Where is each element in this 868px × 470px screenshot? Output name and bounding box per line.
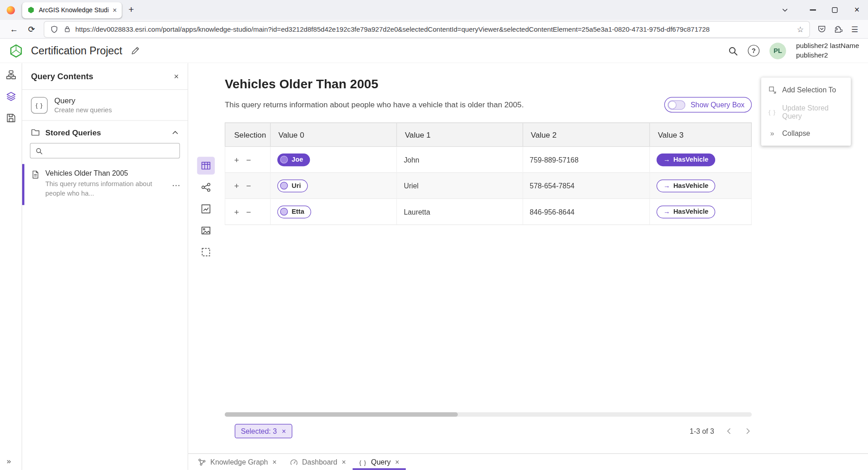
tab-close-icon[interactable]: × (272, 458, 276, 465)
pocket-icon[interactable] (814, 21, 829, 37)
column-header: Selection (225, 123, 270, 146)
link-chart-button[interactable] (197, 178, 215, 196)
entity-dot-icon (280, 156, 288, 163)
new-tab-button[interactable]: + (128, 5, 134, 15)
stored-query-item[interactable]: Vehicles Older Than 2005 This query retu… (22, 164, 188, 205)
maximize-icon (832, 7, 837, 13)
tab-query[interactable]: { } Query × (352, 454, 406, 470)
menu-item-label: Collapse (782, 129, 810, 137)
layers-icon[interactable] (6, 91, 16, 101)
page-description: This query returns information about peo… (225, 101, 524, 110)
new-query-item[interactable]: { } Query Create new queries (22, 90, 188, 121)
list-tabs-chevron-icon[interactable] (782, 7, 788, 14)
menu-item-update-stored-query[interactable]: { } Update Stored Query (761, 101, 851, 123)
chart-button[interactable] (197, 200, 215, 218)
edit-title-pencil-icon[interactable] (131, 46, 140, 56)
tab-close-icon[interactable]: × (342, 458, 346, 465)
add-selection-icon (768, 86, 777, 94)
entity-label: Etta (292, 208, 304, 216)
remove-from-selection-button[interactable]: − (246, 207, 251, 216)
window-maximize-button[interactable] (824, 0, 846, 20)
url-bar[interactable]: https://dev0028833.esri.com/portal/apps/… (44, 21, 809, 37)
document-icon (31, 170, 40, 198)
window-close-button[interactable]: × (846, 0, 868, 20)
project-title: Certification Project (31, 45, 123, 57)
table-cell: Etta (270, 199, 397, 224)
add-to-selection-button[interactable]: + (234, 207, 239, 216)
back-button[interactable]: ← (5, 21, 22, 37)
stored-query-title: Vehicles Older Than 2005 (45, 169, 166, 177)
add-to-selection-button[interactable]: + (234, 182, 239, 190)
item-options-ellipsis-icon[interactable]: … (171, 178, 181, 188)
horizontal-scrollbar[interactable] (225, 412, 752, 417)
user-menu[interactable]: publisher2 lastName publisher2 (796, 42, 859, 60)
content-tab-bar: Knowledge Graph × Dashboard × { } Query … (188, 453, 868, 470)
browser-tab[interactable]: ArcGIS Knowledge Studio × (22, 2, 122, 18)
save-icon[interactable] (6, 113, 16, 123)
tab-dashboard[interactable]: Dashboard × (283, 454, 352, 470)
results-table: Selection Value 0 Value 1 Value 2 Value … (225, 122, 752, 225)
expand-rail-icon[interactable]: » (7, 456, 11, 465)
table-cell: 759-889-57168 (523, 147, 650, 172)
column-header: Value 1 (397, 123, 523, 146)
collapse-section-chevron-icon[interactable] (171, 129, 179, 136)
stored-queries-search[interactable] (30, 143, 180, 158)
add-to-selection-button[interactable]: + (234, 155, 239, 163)
entity-pill[interactable]: Uri (277, 179, 308, 192)
selection-tools-button[interactable] (197, 243, 215, 261)
help-button[interactable]: ? (748, 45, 759, 57)
tab-close-icon[interactable]: × (395, 458, 399, 465)
window-minimize-button[interactable] (802, 0, 824, 20)
search-icon[interactable] (728, 46, 738, 56)
relationship-pill[interactable]: → HasVehicle (657, 205, 715, 218)
menu-item-collapse[interactable]: » Collapse (761, 122, 851, 144)
braces-icon: { } (31, 97, 48, 114)
menu-item-add-selection-to[interactable]: Add Selection To (761, 79, 851, 101)
lock-icon[interactable] (63, 21, 71, 37)
tab-knowledge-graph[interactable]: Knowledge Graph × (191, 454, 283, 470)
tab-label: Dashboard (302, 458, 337, 466)
search-input[interactable] (47, 147, 175, 155)
braces-icon: { } (359, 459, 366, 465)
stored-queries-label: Stored Queries (45, 128, 166, 137)
extensions-icon[interactable] (830, 21, 846, 37)
panel-close-icon[interactable]: × (174, 72, 179, 80)
bookmark-star-icon[interactable]: ☆ (797, 25, 804, 33)
table-footer: Selected: 3 × 1-3 of 3 (225, 424, 752, 438)
remove-from-selection-button[interactable]: − (246, 155, 251, 163)
entity-pill[interactable]: Etta (277, 205, 311, 218)
avatar[interactable]: PL (769, 43, 786, 59)
scrollbar-thumb[interactable] (225, 412, 458, 417)
new-query-description: Create new queries (54, 106, 112, 114)
next-page-chevron-icon[interactable] (744, 427, 752, 435)
entity-label: Joe (292, 156, 303, 163)
selection-cell: + − (225, 199, 270, 224)
remove-from-selection-button[interactable]: − (246, 182, 251, 190)
table-view-button[interactable] (197, 157, 215, 174)
relationship-label: HasVehicle (674, 156, 709, 163)
table-cell: Joe (270, 147, 397, 172)
menu-icon[interactable]: ☰ (847, 21, 862, 37)
browser-window: ArcGIS Knowledge Studio × + × ← ⟳ https:… (0, 0, 868, 470)
toggle-switch[interactable] (668, 100, 686, 110)
user-name: publisher2 lastName (796, 42, 859, 51)
page-title: Vehicles Older Than 2005 (225, 77, 752, 91)
selection-badge[interactable]: Selected: 3 × (235, 424, 292, 438)
data-model-icon[interactable] (6, 70, 16, 80)
previous-page-chevron-icon[interactable] (725, 427, 733, 435)
tab-close-icon[interactable]: × (113, 6, 117, 14)
pagination: 1-3 of 3 (690, 427, 752, 435)
show-query-box-toggle[interactable]: Show Query Box (664, 97, 752, 112)
entity-pill[interactable]: Joe (277, 153, 310, 166)
arrow-right-icon: → (664, 182, 670, 189)
table-cell: 578-654-7854 (523, 173, 650, 198)
entity-label: Uri (292, 182, 301, 189)
refresh-button[interactable]: ⟳ (23, 21, 40, 37)
tracking-shield-icon[interactable] (50, 21, 59, 37)
clear-selection-icon[interactable]: × (282, 427, 286, 435)
tab-label: Query (371, 458, 390, 466)
relationship-pill[interactable]: → HasVehicle (657, 179, 715, 192)
map-button[interactable] (197, 222, 215, 240)
relationship-pill[interactable]: → HasVehicle (657, 153, 715, 166)
firefox-icon[interactable] (7, 6, 15, 14)
